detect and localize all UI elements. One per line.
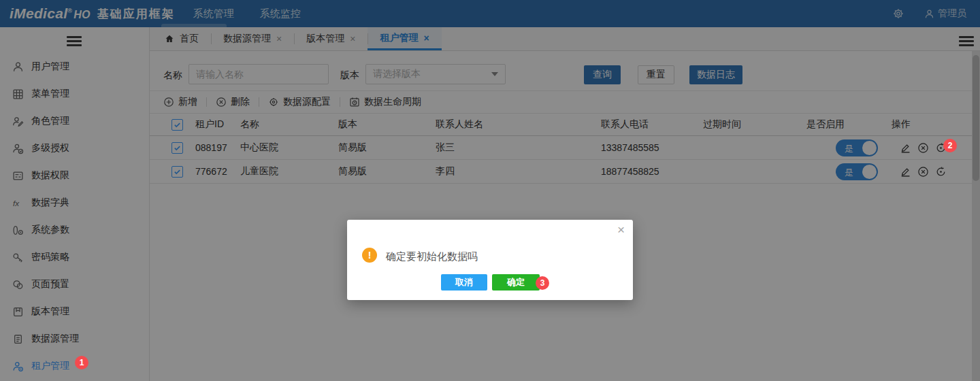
confirm-dialog: × ! 确定要初始化数据吗 取消 确定: [347, 220, 633, 300]
cancel-button[interactable]: 取消: [441, 274, 487, 291]
app-window: iMedical®HO 基础应用框架 系统管理 系统监控 管理员 用户管理 菜单…: [0, 0, 980, 381]
warning-icon: !: [362, 248, 377, 263]
annotation-badge-3: 3: [536, 276, 549, 290]
dialog-message: 确定要初始化数据吗: [386, 250, 478, 263]
confirm-button[interactable]: 确定: [492, 274, 540, 291]
dialog-close-icon[interactable]: ×: [617, 223, 625, 236]
annotation-badge-1: 1: [75, 356, 88, 369]
annotation-badge-2: 2: [943, 139, 957, 152]
modal-overlay: [0, 0, 980, 381]
